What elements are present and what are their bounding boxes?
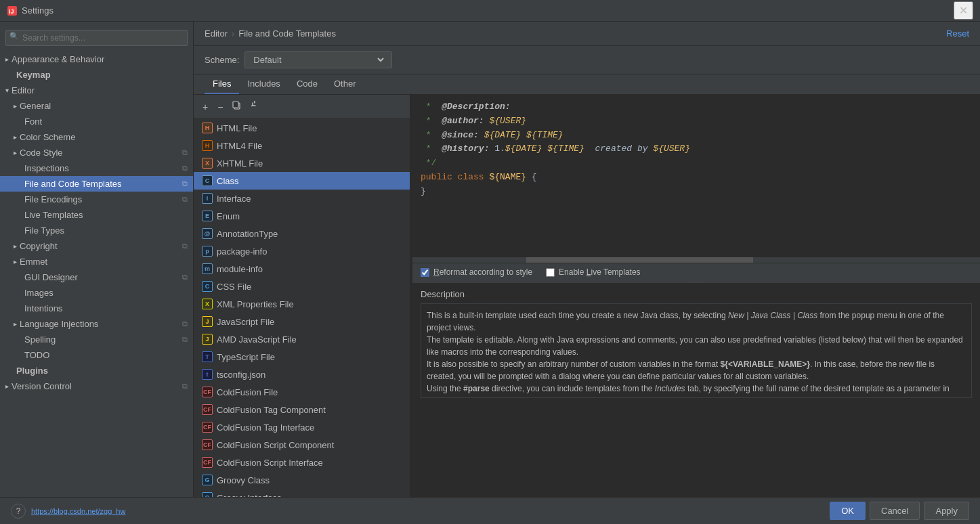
file-item[interactable]: CF ColdFusion Script Interface <box>194 454 410 471</box>
sidebar-item-file-encodings[interactable]: File Encodings⧉ <box>0 192 193 207</box>
reformat-checkbox-label[interactable]: Reformat according to style <box>421 267 532 277</box>
file-name: TypeScript File <box>217 352 275 362</box>
sidebar-item-file-types[interactable]: File Types <box>0 223 193 238</box>
file-item[interactable]: m module-info <box>194 260 410 278</box>
tabs-row: Files Includes Code Other <box>194 74 980 95</box>
tab-includes[interactable]: Includes <box>239 74 288 94</box>
sidebar-item-appearance-&-behavior[interactable]: ▸Appearance & Behavior <box>0 51 193 67</box>
file-name: Class <box>217 176 239 186</box>
file-item[interactable]: E Enum <box>194 207 410 225</box>
close-button[interactable]: ✕ <box>954 1 973 20</box>
sidebar-item-label: Intentions <box>24 303 188 313</box>
file-name: ColdFusion Tag Component <box>217 405 326 415</box>
file-name: Groovy Class <box>217 475 270 485</box>
sidebar-item-inspections[interactable]: Inspections⧉ <box>0 160 193 176</box>
file-item[interactable]: T TypeScript File <box>194 348 410 366</box>
sidebar-item-code-style[interactable]: ▸Code Style⧉ <box>0 145 193 160</box>
file-item[interactable]: C CSS File <box>194 278 410 295</box>
scheme-label: Scheme: <box>205 55 239 65</box>
file-item[interactable]: X XML Properties File <box>194 295 410 313</box>
file-item[interactable]: J AMD JavaScript File <box>194 330 410 348</box>
file-item[interactable]: @ AnnotationType <box>194 225 410 242</box>
sidebar-item-label: Appearance & Behavior <box>12 54 188 64</box>
add-template-button[interactable]: + <box>199 100 211 114</box>
file-name: ColdFusion File <box>217 387 278 397</box>
sidebar-item-label: Font <box>24 116 188 127</box>
sidebar-item-intentions[interactable]: Intentions <box>0 301 193 316</box>
file-item[interactable]: H HTML File <box>194 119 410 137</box>
sidebar-item-label: File Encodings <box>24 194 182 204</box>
reformat-checkbox[interactable] <box>421 268 429 277</box>
editor-horizontal-scrollbar[interactable] <box>412 257 980 263</box>
tab-code[interactable]: Code <box>289 74 326 94</box>
url-link[interactable]: https://blog.csdn.net/zgg_hw <box>31 507 125 515</box>
window-title: Settings <box>22 5 954 16</box>
file-icon: G <box>202 492 213 497</box>
file-item[interactable]: G Groovy Class <box>194 471 410 489</box>
file-item[interactable]: J JavaScript File <box>194 313 410 330</box>
file-name: CSS File <box>217 282 251 292</box>
apply-button[interactable]: Apply <box>924 502 969 520</box>
sidebar-item-language-injections[interactable]: ▸Language Injections⧉ <box>0 316 193 332</box>
file-list-toolbar: + − <box>194 95 410 119</box>
ok-button[interactable]: OK <box>830 502 866 520</box>
sidebar-item-todo[interactable]: TODO <box>0 347 193 363</box>
file-item[interactable]: t tsconfig.json <box>194 366 410 383</box>
file-item[interactable]: C Class <box>194 172 410 190</box>
description-text[interactable]: This is a built-in template used each ti… <box>421 303 972 398</box>
file-item[interactable]: CF ColdFusion File <box>194 383 410 401</box>
copy-icon: ⧉ <box>182 382 188 391</box>
sidebar-item-plugins[interactable]: Plugins <box>0 363 193 378</box>
scheme-dropdown[interactable]: Default Project <box>251 54 386 66</box>
sidebar-item-gui-designer[interactable]: GUI Designer⧉ <box>0 269 193 285</box>
code-editor[interactable]: * @Description: * @author: ${USER} * @si… <box>412 95 980 257</box>
help-button[interactable]: ? <box>11 504 26 519</box>
reset-template-button[interactable] <box>248 99 264 114</box>
search-input[interactable] <box>5 30 188 46</box>
file-icon: CF <box>202 387 213 397</box>
sidebar-item-version-control[interactable]: ▸Version Control⧉ <box>0 378 193 394</box>
sidebar-item-live-templates[interactable]: Live Templates <box>0 207 193 223</box>
bottom-right: OK Cancel Apply <box>830 502 969 520</box>
sidebar-item-file-and-code-templates[interactable]: File and Code Templates⧉ <box>0 176 193 192</box>
sidebar-item-label: GUI Designer <box>24 272 182 282</box>
reset-button[interactable]: Reset <box>946 28 969 39</box>
sidebar-item-keymap[interactable]: Keymap <box>0 67 193 83</box>
file-item[interactable]: CF ColdFusion Tag Component <box>194 401 410 418</box>
sidebar-item-font[interactable]: Font <box>0 114 193 129</box>
file-name: XML Properties File <box>217 299 294 309</box>
sidebar-item-color-scheme[interactable]: ▸Color Scheme <box>0 129 193 145</box>
file-item[interactable]: X XHTML File <box>194 154 410 172</box>
copy-template-button[interactable] <box>229 99 245 114</box>
tab-other[interactable]: Other <box>326 74 364 94</box>
sidebar-item-editor[interactable]: ▾Editor <box>0 83 193 98</box>
sidebar-item-copyright[interactable]: ▸Copyright⧉ <box>0 238 193 254</box>
tab-files[interactable]: Files <box>205 74 239 94</box>
live-templates-checkbox[interactable] <box>546 268 555 277</box>
file-item[interactable]: I Interface <box>194 190 410 207</box>
breadcrumb: Editor › File and Code Templates <box>205 28 336 39</box>
cancel-button[interactable]: Cancel <box>870 502 920 520</box>
sidebar-item-label: Version Control <box>12 381 182 391</box>
sidebar-item-label: General <box>20 101 188 111</box>
scheme-select-wrapper[interactable]: Default Project <box>244 51 392 68</box>
live-templates-checkbox-label[interactable]: Enable Live Templates <box>546 267 641 277</box>
file-name: package-info <box>217 246 267 257</box>
sidebar-item-label: Language Injections <box>20 319 182 329</box>
file-item[interactable]: H HTML4 File <box>194 137 410 154</box>
sidebar-item-general[interactable]: ▸General <box>0 98 193 114</box>
file-name: Groovy Interface <box>217 493 282 498</box>
breadcrumb-current: File and Code Templates <box>238 28 336 39</box>
sidebar-item-images[interactable]: Images <box>0 285 193 301</box>
file-item[interactable]: CF ColdFusion Script Component <box>194 436 410 454</box>
split-panel: + − H HT <box>194 95 980 497</box>
file-item[interactable]: CF ColdFusion Tag Interface <box>194 418 410 436</box>
file-icon: m <box>202 263 213 274</box>
sidebar-item-spelling[interactable]: Spelling⧉ <box>0 332 193 347</box>
sidebar-item-label: File and Code Templates <box>24 179 182 189</box>
remove-template-button[interactable]: − <box>214 100 226 114</box>
file-name: JavaScript File <box>217 317 274 327</box>
sidebar-item-emmet[interactable]: ▸Emmet <box>0 254 193 269</box>
file-item[interactable]: p package-info <box>194 242 410 260</box>
file-item[interactable]: G Groovy Interface <box>194 489 410 497</box>
